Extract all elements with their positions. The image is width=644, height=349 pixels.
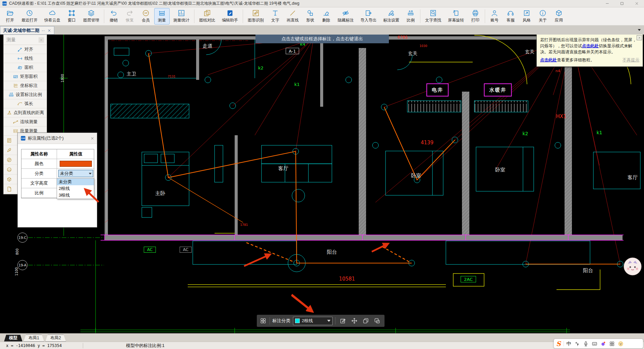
copy-button[interactable] xyxy=(361,316,370,326)
ime-mode-toggle[interactable]: 中 xyxy=(567,341,572,347)
keyboard-icon[interactable] xyxy=(592,341,597,347)
toolbar-button-compare-sheets[interactable]: 图纸对比 xyxy=(196,8,218,24)
property-name: 比例 xyxy=(21,188,57,198)
toolbar-button-scale-ab[interactable]: A:B比例 xyxy=(403,8,418,24)
toolbar-button-shapes[interactable]: 形状 xyxy=(302,8,318,24)
arc-length-icon xyxy=(17,101,23,107)
measure-tool-label: 坐标标注 xyxy=(20,83,38,89)
mascot-avatar xyxy=(623,257,642,276)
text-T-icon xyxy=(272,9,279,17)
toolbar-button-measure-ruler[interactable]: 测量 xyxy=(154,8,170,24)
punctuation-icon[interactable] xyxy=(574,341,580,347)
divider xyxy=(485,9,485,23)
toolbar-button-screen-rotate[interactable]: 屏幕旋转 xyxy=(445,8,467,24)
toolbar-button-folder-open[interactable]: 打开 xyxy=(2,8,18,24)
apps-grid-icon[interactable] xyxy=(609,341,615,347)
canvas-label: 19-C xyxy=(17,233,27,243)
property-name: 颜色 xyxy=(21,159,57,169)
layout-tab-布局1[interactable]: 布局1 xyxy=(23,335,44,342)
switch-display-mode-link[interactable]: 点击此处 xyxy=(582,44,599,48)
toolbar-button-clock-history[interactable]: 最近打开 xyxy=(18,8,41,24)
layout-tab-模型[interactable]: 模型 xyxy=(4,335,22,342)
toolbar-button-label: 最近打开 xyxy=(21,17,38,23)
toolbar-button-draw-line[interactable]: 画直线 xyxy=(284,8,302,24)
toolbar-button-cloud[interactable]: 快看云盘 xyxy=(41,8,63,24)
more-tutorial-link[interactable]: 点击此处 xyxy=(540,58,557,62)
measure-tool-area[interactable]: 面积 xyxy=(4,63,47,72)
cube-apps-icon xyxy=(555,9,563,17)
toolbar-button-label: 编辑助手 xyxy=(222,17,238,23)
continuous-measure-icon xyxy=(13,119,18,125)
microphone-icon[interactable] xyxy=(583,341,589,347)
emoji-face-icon[interactable] xyxy=(618,341,624,347)
toolbar-button-hide-annotation[interactable]: 隐藏标注 xyxy=(335,8,357,24)
toolbar-button-account[interactable]: 账号 xyxy=(487,8,502,24)
tab-close-icon[interactable] xyxy=(47,29,51,33)
category-combobox[interactable]: 未分类 xyxy=(58,170,93,177)
measure-tool-rect-area[interactable]: 矩形面积 xyxy=(4,72,47,81)
toolbar-button-shape-recognition[interactable]: 图形识别 xyxy=(245,8,267,24)
toolbar-button-printer[interactable]: 打印 xyxy=(468,8,483,24)
cursor-coordinates: x = -1410046 y = 175354 xyxy=(0,343,83,348)
printer-icon xyxy=(472,9,479,17)
toolbar-button-label: 测量统计 xyxy=(173,17,189,23)
toolbar-button-window-frame[interactable]: 窗口 xyxy=(64,8,79,24)
dialog-close-button[interactable] xyxy=(91,137,94,140)
toolbar-button-info[interactable]: 关于 xyxy=(535,8,550,24)
toolbar-button-eraser[interactable]: 删除 xyxy=(318,8,334,24)
hint-text: 点击左键或拉框选择标注，点击右键退出 xyxy=(282,36,363,42)
canvas-label: 玄关 xyxy=(408,51,417,57)
measure-tool-scale-ab[interactable]: A:B设置标注比例 xyxy=(4,90,47,99)
canvas-label: 阳台 xyxy=(583,267,593,274)
measure-tool-continuous-measure[interactable]: 连续测量 xyxy=(4,117,47,127)
toolbar-button-headset[interactable]: 客服 xyxy=(503,8,518,24)
measure-tool-coord-annotate[interactable]: 坐标标注 xyxy=(4,81,47,90)
toolbar-button-cube-apps[interactable]: 应用 xyxy=(551,8,567,24)
toolbar-button-text-search[interactable]: 文字查找 xyxy=(422,8,444,24)
toolbar-button-undo[interactable]: 撤销 xyxy=(106,8,121,24)
color-swatch[interactable] xyxy=(60,161,92,167)
dropdown-option-2根线[interactable]: 2根线 xyxy=(57,185,94,192)
measure-tool-point-to-line[interactable]: 点到直线的距离 xyxy=(4,108,47,117)
divider xyxy=(194,9,194,23)
document-tab[interactable]: 天诚·龙域华都二期 ·· xyxy=(0,26,54,35)
category-select[interactable]: 2根线 xyxy=(293,317,333,325)
main-toolbar: 打开最近打开快看云盘窗口图层管理撤销恢复VIP会员测量测量统计图纸对比编辑助手图… xyxy=(0,7,644,26)
measure-panel-header: 测量 xyxy=(4,35,47,45)
sogou-logo[interactable]: S xyxy=(556,340,561,347)
toolbar-button-layers[interactable]: 图层管理 xyxy=(80,8,102,24)
grid-menu-button[interactable] xyxy=(259,316,267,326)
move-button[interactable] xyxy=(350,316,359,326)
skin-paw-icon[interactable] xyxy=(600,341,606,347)
paste-button[interactable] xyxy=(372,316,382,326)
dropdown-option-3根线[interactable]: 3根线 xyxy=(57,192,94,199)
toolbar-button-style-export[interactable]: 风格 xyxy=(519,8,534,24)
layout-tab-布局2[interactable]: 布局2 xyxy=(45,335,66,342)
canvas-label: 阳台 xyxy=(327,249,337,255)
toolbar-button-measure-stats[interactable]: 测量统计 xyxy=(170,8,192,24)
do-not-remind-link[interactable]: 不再提示 xyxy=(623,57,639,63)
measure-panel-close-button[interactable] xyxy=(39,37,44,43)
tab-list-dropdown-button[interactable] xyxy=(636,27,643,33)
measure-tool-linear[interactable]: 线性 xyxy=(4,54,47,63)
toolbar-button-redo[interactable]: 恢复 xyxy=(122,8,137,24)
toolbar-button-annotation-settings[interactable]: 标注设置 xyxy=(380,8,402,24)
combobox-value: 未分类 xyxy=(60,170,87,177)
toolbar-button-text-T[interactable]: 文字 xyxy=(268,8,283,24)
toolbar-button-edit-assistant[interactable]: 编辑助手 xyxy=(219,8,241,24)
minimize-button[interactable] xyxy=(600,0,614,7)
maximize-button[interactable] xyxy=(614,0,629,7)
close-button[interactable] xyxy=(629,0,644,7)
toolbar-button-label: 画直线 xyxy=(287,17,299,23)
measure-tool-arc-length[interactable]: 弧长 xyxy=(4,99,47,108)
dropdown-option-未分类[interactable]: 未分类 xyxy=(57,179,94,185)
dialog-title-bar[interactable]: CAD 标注属性(已选2个) xyxy=(18,133,97,144)
toolbar-button-vip[interactable]: VIP会员 xyxy=(138,8,154,24)
toolbar-button-import-export[interactable]: 导入导出 xyxy=(357,8,379,24)
title-bar: CAD CAD快速看图 - E:\01 工作盘\05 陈芝麻烂谷子\11 河南天… xyxy=(0,0,644,7)
measure-tool-align[interactable]: 对齐 xyxy=(4,45,47,54)
canvas-label: AC xyxy=(180,247,192,253)
edit-annotation-button[interactable] xyxy=(338,316,348,326)
notification-close-button[interactable] xyxy=(637,35,642,40)
close-icon xyxy=(638,36,641,39)
